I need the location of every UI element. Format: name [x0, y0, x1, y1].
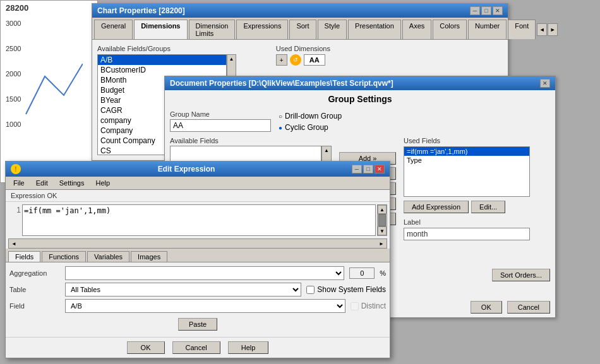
menu-help[interactable]: Help: [90, 178, 115, 188]
add-expr-edit-row: Add Expression Edit...: [404, 201, 530, 213]
avail-scroll-up[interactable]: ▲: [324, 148, 329, 153]
radio-drilldown[interactable]: ○ Drill-down Group: [279, 112, 342, 120]
expr-horiz-scrollbar[interactable]: ◄ ►: [8, 238, 387, 249]
expr-vert-scrollbar[interactable]: ▲ ▼: [377, 204, 387, 236]
expr-fields-content: Aggregation % Table All Tables Show Syst…: [6, 262, 390, 337]
tab-expressions[interactable]: Expressions: [236, 20, 288, 39]
horiz-scroll-track[interactable]: [19, 241, 376, 246]
used-field-type[interactable]: Type: [404, 156, 529, 165]
edit-button[interactable]: Edit...: [471, 201, 505, 213]
tab-prev[interactable]: ◄: [537, 23, 547, 36]
field-select[interactable]: A/B: [65, 299, 345, 313]
expr-ok-button[interactable]: OK: [127, 341, 165, 354]
expr-editor-area: 1 =if(mm ='jan',1,mm) ▲ ▼: [6, 202, 390, 238]
tab-general[interactable]: General: [94, 20, 133, 39]
paste-button[interactable]: Paste: [178, 318, 217, 331]
radio-drilldown-icon[interactable]: ○: [279, 113, 282, 120]
doc-cancel-button[interactable]: Cancel: [507, 301, 550, 314]
tab-colors[interactable]: Colors: [433, 20, 467, 39]
distinct-checkbox[interactable]: [351, 302, 359, 310]
scroll-up-icon[interactable]: ▲: [229, 56, 234, 62]
used-dims-row: + ↺ AA: [276, 54, 503, 66]
edit-expr-title: Edit Expression: [21, 165, 352, 173]
radio-cyclic-label: Cyclic Group: [285, 123, 328, 132]
minimize-button[interactable]: ─: [470, 6, 480, 15]
field-label: Field: [9, 302, 60, 310]
expr-fields-tabs: Fields Functions Variables Images: [6, 249, 390, 262]
maximize-button[interactable]: □: [481, 6, 491, 15]
edit-expr-maximize[interactable]: □: [363, 165, 373, 173]
tab-dimensions[interactable]: Dimensions: [134, 20, 187, 39]
expr-scroll-down[interactable]: ▼: [378, 226, 387, 235]
avail-fields-doc-title: Available Fields: [170, 137, 332, 144]
menu-settings[interactable]: Settings: [54, 178, 90, 188]
field-item-bcustomerid[interactable]: BCustomerID: [98, 65, 226, 75]
edit-expr-minimize[interactable]: ─: [352, 165, 362, 173]
used-field-expr[interactable]: =if(mm ='jan',1,mm): [404, 147, 529, 156]
fields-tab-functions[interactable]: Functions: [42, 251, 86, 262]
tab-sort[interactable]: Sort: [289, 20, 316, 39]
used-fields-doc-title: Used Fields: [404, 137, 530, 144]
distinct-text: Distinct: [361, 302, 386, 310]
doc-props-titlebar: Document Properties [D:\QlikView\Example…: [165, 76, 555, 90]
chart-props-titlebar: Chart Properties [28200] ─ □ ✕: [92, 4, 508, 18]
radio-cyclic[interactable]: ● Cyclic Group: [279, 123, 342, 132]
field-item-ab[interactable]: A/B: [98, 55, 226, 65]
tab-next[interactable]: ►: [548, 23, 558, 36]
group-name-input[interactable]: [170, 119, 271, 132]
chart-props-tabbar: General Dimensions Dimension Limits Expr…: [92, 18, 508, 40]
edit-expr-close[interactable]: ✕: [375, 165, 385, 173]
expr-textarea[interactable]: =if(mm ='jan',1,mm): [22, 204, 376, 236]
used-dims-plus-btn[interactable]: +: [276, 54, 287, 66]
used-dim-label: AA: [304, 54, 325, 66]
aggregation-row: Aggregation %: [9, 266, 386, 280]
table-select[interactable]: All Tables: [65, 283, 301, 296]
chart-background: 28200 3000 2500 2000 1500 1000: [0, 0, 98, 183]
used-fields-doc-section: Used Fields =if(mm ='jan',1,mm) Type Add…: [404, 137, 530, 295]
fields-tab-images[interactable]: Images: [131, 251, 167, 262]
tab-presentation[interactable]: Presentation: [348, 20, 401, 39]
doc-props-controls[interactable]: ✕: [540, 79, 550, 88]
aggregation-num-input[interactable]: [349, 267, 375, 279]
line-number-1: 1: [8, 206, 21, 214]
group-name-label: Group Name: [170, 110, 271, 118]
radio-drilldown-label: Drill-down Group: [285, 112, 342, 120]
tab-navigation[interactable]: ◄ ►: [537, 20, 558, 39]
doc-close-button[interactable]: ✕: [540, 79, 550, 88]
line-numbers: 1: [8, 204, 21, 236]
edit-expr-menubar: File Edit Settings Help: [6, 177, 390, 190]
expr-cancel-button[interactable]: Cancel: [172, 341, 220, 354]
chart-props-controls[interactable]: ─ □ ✕: [470, 6, 503, 15]
used-fields-doc-list[interactable]: =if(mm ='jan',1,mm) Type: [404, 146, 530, 197]
aggregation-select[interactable]: [65, 266, 344, 280]
expr-scroll-up[interactable]: ▲: [378, 205, 387, 214]
edit-expr-controls[interactable]: ─ □ ✕: [352, 165, 385, 173]
add-expression-button[interactable]: Add Expression: [404, 201, 469, 213]
edit-expr-titlebar: ! Edit Expression ─ □ ✕: [6, 161, 390, 177]
tab-axes[interactable]: Axes: [402, 20, 431, 39]
show-system-fields-checkbox[interactable]: [306, 286, 315, 294]
expr-text-container: =if(mm ='jan',1,mm): [22, 204, 376, 236]
menu-edit[interactable]: Edit: [31, 178, 53, 188]
label-section: Label: [404, 218, 530, 240]
field-row: Field A/B Distinct: [9, 299, 386, 313]
label-input[interactable]: [404, 228, 530, 240]
horiz-scroll-right[interactable]: ►: [376, 241, 387, 247]
show-system-fields-label[interactable]: Show System Fields: [306, 285, 386, 294]
tab-style[interactable]: Style: [318, 20, 347, 39]
radio-cyclic-icon[interactable]: ●: [279, 124, 282, 131]
distinct-label[interactable]: Distinct: [351, 302, 386, 310]
menu-file[interactable]: File: [8, 178, 30, 188]
tab-font[interactable]: Font: [508, 20, 536, 39]
expr-help-button[interactable]: Help: [228, 341, 269, 354]
tab-dimension-limits[interactable]: Dimension Limits: [189, 20, 236, 39]
expr-scroll-thumb[interactable]: [378, 214, 386, 226]
tab-number[interactable]: Number: [468, 20, 507, 39]
used-dim-cycle-icon: ↺: [290, 54, 301, 66]
fields-tab-variables[interactable]: Variables: [87, 251, 129, 262]
horiz-scroll-left[interactable]: ◄: [9, 241, 19, 247]
sort-orders-button[interactable]: Sort Orders...: [492, 269, 550, 281]
fields-tab-fields[interactable]: Fields: [8, 251, 40, 262]
doc-ok-button[interactable]: OK: [471, 301, 502, 314]
close-button[interactable]: ✕: [493, 6, 503, 15]
